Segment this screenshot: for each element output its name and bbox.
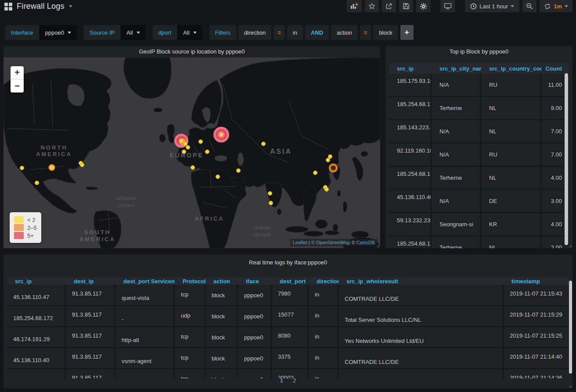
map-label: Atlantic — [115, 195, 137, 201]
marker-dot[interactable] — [205, 150, 209, 154]
marker-dot[interactable] — [328, 155, 332, 159]
page-2[interactable]: 2 — [293, 377, 296, 384]
marker-dot[interactable] — [186, 146, 190, 150]
table-cell: tcp — [175, 327, 205, 347]
logs-col-header[interactable]: src_ip_whoisresult — [338, 278, 504, 285]
logs-col-header[interactable]: dest_ip — [66, 278, 115, 285]
marker-dot[interactable] — [20, 166, 24, 170]
table-row: 46.174.191.2991.3.85.117http-alttcpblock… — [7, 327, 569, 348]
marker-dot[interactable] — [199, 140, 203, 144]
save-button[interactable] — [399, 0, 413, 12]
filter-operator-2[interactable]: = — [360, 25, 371, 40]
marker-dot[interactable] — [237, 169, 241, 173]
logs-col-header[interactable]: dest_port Servicename — [115, 278, 175, 285]
filter-field-2[interactable]: action — [331, 25, 358, 40]
tv-mode-button[interactable] — [440, 0, 455, 12]
marker-dot[interactable] — [35, 181, 39, 185]
add-panel-button[interactable] — [347, 0, 362, 12]
scrollbar-thumb[interactable] — [565, 73, 568, 245]
interface-variable[interactable]: Interface pppoe0 — [5, 25, 77, 40]
marker-ring[interactable] — [330, 164, 337, 171]
top-col-header[interactable]: Count — [541, 65, 569, 72]
filter-value-1[interactable]: in — [287, 25, 303, 40]
logs-col-header[interactable]: timestamp — [504, 278, 566, 285]
dashboard-title[interactable]: Firewall Logs — [17, 2, 65, 11]
marker-dot[interactable] — [262, 142, 266, 146]
map-panel-title[interactable]: GeoIP Block source ip location by pppoe0 — [4, 46, 380, 57]
marker-dot[interactable] — [216, 175, 220, 179]
table-row: 45.136.110.4091.3.85.117vsnm-agenttcpblo… — [7, 348, 569, 369]
logs-col-header[interactable]: dest_port — [272, 278, 309, 285]
table-cell: 185.175.93.100 — [389, 74, 432, 96]
share-button[interactable] — [382, 0, 396, 12]
marker-dot[interactable] — [191, 166, 195, 170]
add-filter-button[interactable]: + — [400, 25, 414, 40]
logs-col-header[interactable]: iface — [238, 278, 272, 285]
table-row: 185.254.68.172TerherneNL4.00 — [389, 167, 569, 190]
panel-resize-handle[interactable] — [569, 244, 572, 247]
table-cell: 2019-11-07 21:14:40 — [504, 348, 566, 368]
table-cell: 2019-11-07 21:15:25 — [504, 327, 566, 347]
marker-dot[interactable] — [182, 150, 186, 154]
top-col-header[interactable]: src_ip_country_code — [481, 65, 541, 72]
settings-button[interactable] — [416, 0, 431, 12]
top-col-header[interactable]: src_ip — [389, 65, 432, 72]
star-button[interactable] — [365, 0, 379, 12]
table-cell: DE — [481, 190, 541, 212]
map-zoom-in-button[interactable]: + — [11, 66, 24, 79]
table-cell: block — [205, 306, 238, 326]
source-ip-variable[interactable]: Source IP All — [84, 25, 146, 40]
grafana-logo-icon[interactable] — [4, 3, 12, 11]
table-cell: NL — [481, 167, 541, 189]
interface-label: Interface — [5, 25, 39, 40]
marker-dot[interactable] — [220, 133, 223, 137]
table-cell: vsnm-agent — [115, 348, 175, 368]
attribution-link[interactable]: CartoDB — [356, 240, 375, 245]
marker-dot[interactable] — [268, 192, 272, 196]
refresh-picker[interactable]: 1m — [540, 0, 572, 12]
dport-value-dropdown[interactable]: All — [177, 25, 202, 40]
filter-operator-1[interactable]: = — [274, 25, 285, 40]
page-1[interactable]: 1 — [280, 377, 283, 384]
zoom-out-time-button[interactable] — [522, 0, 536, 12]
marker-dot[interactable] — [326, 158, 330, 162]
attribution-link[interactable]: Leaflet — [293, 240, 307, 245]
marker-dot[interactable] — [179, 139, 184, 143]
table-cell: 185.254.68.172 — [389, 167, 432, 189]
logs-col-header[interactable]: direction — [309, 278, 338, 285]
attribution-link[interactable]: © OpenStreetMap — [311, 240, 350, 245]
dashboard-caret-icon[interactable] — [69, 5, 72, 7]
map-zoom-out-button[interactable]: − — [11, 79, 24, 93]
logs-col-header[interactable]: action — [205, 278, 238, 285]
table-cell: 185.143.223.81 — [389, 120, 432, 143]
top-col-header[interactable]: src_ip_city_name — [432, 65, 481, 72]
filter-value-2[interactable]: block — [373, 25, 398, 40]
map-label: NORTH — [40, 144, 67, 151]
top-ip-table: src_ipsrc_ip_city_namesrc_ip_country_cod… — [389, 63, 569, 248]
panel-resize-handle[interactable] — [569, 385, 572, 388]
table-cell: NL — [481, 97, 541, 119]
top-table-panel-title[interactable]: Top ip Block by pppoe0 — [385, 46, 572, 57]
marker-dot[interactable] — [269, 201, 273, 205]
marker-dot[interactable] — [325, 188, 329, 192]
interface-value-dropdown[interactable]: pppoe0 — [40, 25, 77, 40]
panel-resize-handle[interactable] — [376, 244, 379, 247]
world-map[interactable]: NORTHAMERICAEUROPEASIAAFRICASOUTHAMERICA… — [4, 57, 380, 248]
legend-item: 5+ — [14, 232, 37, 239]
marker-dot[interactable] — [184, 142, 187, 146]
scrollbar-thumb[interactable] — [569, 281, 572, 374]
filter-field-1[interactable]: direction — [238, 25, 271, 40]
dport-variable[interactable]: dport All — [153, 25, 202, 40]
marker-dot[interactable] — [313, 171, 317, 175]
marker-dot[interactable] — [50, 166, 54, 170]
logs-col-header[interactable]: Protocol — [175, 278, 205, 285]
map-label: AMERICA — [79, 236, 115, 242]
table-cell: in — [309, 306, 338, 326]
table-row: 185.254.68.171TerherneNL2.00 — [389, 236, 569, 248]
marker-dot[interactable] — [80, 163, 84, 167]
logs-col-header[interactable]: src_ip — [7, 278, 66, 285]
logs-panel-title[interactable]: Real time logs by iface:pppoe0 — [4, 257, 572, 268]
time-range-picker[interactable]: Last 1 hour — [465, 0, 519, 12]
star-icon — [368, 3, 375, 10]
source-ip-value-dropdown[interactable]: All — [121, 25, 145, 40]
